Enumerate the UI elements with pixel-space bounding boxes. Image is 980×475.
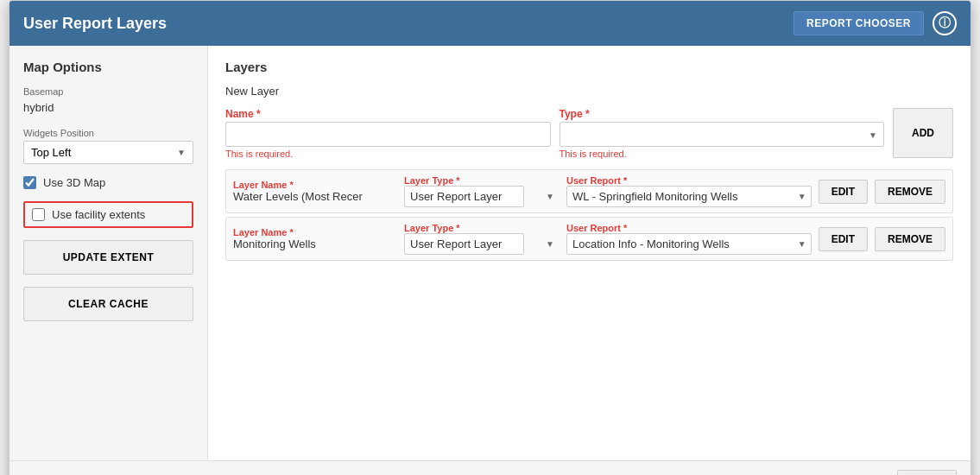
layer-name-col-1: Layer Name * Water Levels (Most Recer xyxy=(233,180,397,203)
edit-button-1[interactable]: EDIT xyxy=(819,180,868,204)
use-facility-extents-row: Use facility extents xyxy=(23,201,193,228)
table-row: Layer Name * Monitoring Wells Layer Type… xyxy=(225,217,953,261)
modal-body: Map Options Basemap hybrid Widgets Posit… xyxy=(9,46,971,460)
main-content: Layers New Layer Name * This is required… xyxy=(208,46,971,460)
widgets-position-select[interactable]: Top Left ▼ xyxy=(23,141,193,164)
user-report-label-2: User Report * xyxy=(566,223,812,233)
widgets-position-field: Widgets Position Top Left ▼ xyxy=(23,128,193,164)
sidebar: Map Options Basemap hybrid Widgets Posit… xyxy=(9,46,208,460)
user-report-select-wrapper-2: Location Info - Monitoring Wells ▼ xyxy=(566,233,812,255)
layer-type-select-wrapper-2: User Report Layer ▼ xyxy=(404,233,560,255)
modal-footer: OK xyxy=(9,460,971,475)
type-select[interactable] xyxy=(560,122,885,147)
new-layer-title: New Layer xyxy=(225,85,953,98)
type-select-wrapper: ▼ xyxy=(560,122,885,147)
layer-name-value-2: Monitoring Wells xyxy=(233,238,397,250)
info-button[interactable]: ⓘ xyxy=(933,11,957,35)
layers-list: Layer Name * Water Levels (Most Recer La… xyxy=(225,169,953,261)
header-actions: REPORT CHOOSER ⓘ xyxy=(793,11,957,35)
widgets-position-label: Widgets Position xyxy=(23,128,193,138)
new-layer-form: Name * This is required. Type * ▼ This i… xyxy=(225,108,953,159)
widgets-position-value: Top Left xyxy=(31,146,71,159)
use-3d-map-label: Use 3D Map xyxy=(43,176,105,189)
user-report-col-1: User Report * WL - Springfield Monitorin… xyxy=(566,175,812,207)
user-report-select-2[interactable]: Location Info - Monitoring Wells xyxy=(566,233,812,255)
layer-type-label-1: Layer Type * xyxy=(404,175,560,186)
remove-button-2[interactable]: REMOVE xyxy=(875,227,945,251)
table-row: Layer Name * Water Levels (Most Recer La… xyxy=(225,169,953,213)
chevron-down-icon: ▼ xyxy=(177,148,186,157)
user-report-select-1[interactable]: WL - Springfield Monitoring Wells xyxy=(566,186,812,207)
name-error: This is required. xyxy=(225,149,551,159)
report-chooser-button[interactable]: REPORT CHOOSER xyxy=(793,11,924,35)
type-error: This is required. xyxy=(560,149,885,159)
ok-button[interactable]: OK xyxy=(897,470,958,475)
use-3d-map-checkbox[interactable] xyxy=(23,176,36,189)
modal-header: User Report Layers REPORT CHOOSER ⓘ xyxy=(9,1,971,46)
clear-cache-button[interactable]: CLEAR CACHE xyxy=(23,287,193,321)
basemap-label: Basemap xyxy=(23,86,193,97)
type-label: Type * xyxy=(560,108,885,120)
chevron-down-icon: ▼ xyxy=(546,192,554,201)
modal-title: User Report Layers xyxy=(23,15,167,33)
remove-button-1[interactable]: REMOVE xyxy=(875,180,945,204)
user-report-select-wrapper-1: WL - Springfield Monitoring Wells ▼ xyxy=(566,186,812,207)
update-extent-button[interactable]: UPDATE EXTENT xyxy=(23,240,193,275)
use-3d-map-row: Use 3D Map xyxy=(23,176,193,189)
basemap-value: hybrid xyxy=(23,99,193,116)
chevron-down-icon: ▼ xyxy=(546,239,554,249)
type-field: Type * ▼ This is required. xyxy=(560,108,885,159)
layer-type-label-2: Layer Type * xyxy=(404,223,560,233)
info-icon: ⓘ xyxy=(939,16,951,31)
name-input[interactable] xyxy=(225,122,551,147)
layer-type-select-wrapper-1: User Report Layer ▼ xyxy=(404,186,560,207)
layer-type-col-2: Layer Type * User Report Layer ▼ xyxy=(404,223,560,255)
use-facility-extents-checkbox[interactable] xyxy=(32,208,45,221)
modal-container: User Report Layers REPORT CHOOSER ⓘ Map … xyxy=(9,0,971,475)
layer-name-label-2: Layer Name * xyxy=(233,227,397,238)
edit-button-2[interactable]: EDIT xyxy=(819,227,868,251)
layer-type-select-1[interactable]: User Report Layer xyxy=(404,186,524,207)
layer-name-label-1: Layer Name * xyxy=(233,180,397,190)
user-report-col-2: User Report * Location Info - Monitoring… xyxy=(566,223,812,255)
add-button[interactable]: ADD xyxy=(893,108,953,158)
layers-title: Layers xyxy=(225,60,953,74)
name-field: Name * This is required. xyxy=(225,108,551,159)
layer-type-select-2[interactable]: User Report Layer xyxy=(404,233,524,255)
sidebar-title: Map Options xyxy=(23,60,193,74)
layer-name-value-1: Water Levels (Most Recer xyxy=(233,190,397,203)
layer-name-col-2: Layer Name * Monitoring Wells xyxy=(233,227,397,250)
basemap-field: Basemap hybrid xyxy=(23,86,193,116)
layer-type-col-1: Layer Type * User Report Layer ▼ xyxy=(404,175,560,207)
name-label: Name * xyxy=(225,108,551,120)
user-report-label-1: User Report * xyxy=(566,175,812,186)
use-facility-extents-label: Use facility extents xyxy=(52,208,145,221)
